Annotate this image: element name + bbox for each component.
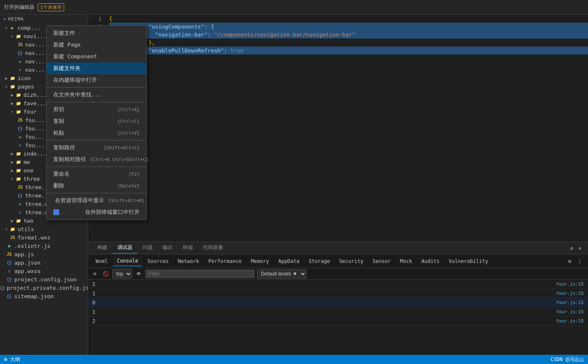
console-src-0[interactable]: four.js:15 — [556, 281, 584, 287]
cm-rename-shortcut: [F2] — [129, 172, 140, 177]
cm-rename[interactable]: 重命名 [F2] — [47, 168, 146, 180]
sidebar-item-app-json[interactable]: {} app.json — [0, 258, 88, 267]
devtools-tab-mock[interactable]: Mock — [396, 257, 416, 266]
icon-folder-icon: 📁 — [9, 75, 16, 81]
nav-json-icon: {} — [17, 49, 23, 56]
code-line-4: }, — [109, 39, 588, 47]
status-left[interactable]: ⊞ 大纲 — [4, 356, 20, 363]
code-editor[interactable]: { "usingComponents": { "navigation-bar":… — [105, 15, 588, 242]
console-context-select[interactable]: top — [112, 269, 132, 278]
comp-label: comp... — [18, 25, 41, 31]
devtools-tab-sources[interactable]: Sources — [143, 257, 173, 266]
devtools-tab-performance[interactable]: Performance — [204, 257, 246, 266]
console-src-4[interactable]: four.js:15 — [556, 318, 584, 324]
cm-new-component[interactable]: 新建 Component — [47, 51, 146, 62]
tab-code-quality[interactable]: 代码质量 — [198, 242, 228, 254]
four-js-label: fou... — [25, 117, 45, 123]
panel-close-btn[interactable]: ✕ — [576, 244, 584, 253]
cm-open-external-terminal-label: 在外部终端窗口中打开 — [85, 208, 140, 216]
four-json-label: fou... — [25, 125, 45, 132]
bottom-panel: 构建 调试器 问题 输出 终端 代码质量 ∧ ✕ Wxml Console So… — [88, 242, 588, 355]
cm-find-in-folder[interactable]: 在文件夹中查找... — [47, 89, 146, 101]
tab-debugger[interactable]: 调试器 — [112, 242, 138, 254]
sidebar-item-utils[interactable]: ▾ 📁 utils — [0, 225, 88, 233]
console-eye-btn[interactable]: 👁 — [135, 270, 143, 278]
sidebar-item-app-js[interactable]: JS app.js — [0, 250, 88, 258]
cm-new-folder-label: 新建文件夹 — [53, 65, 81, 72]
cm-sep-3 — [47, 140, 146, 140]
devtools-tab-appdata[interactable]: AppData — [274, 257, 304, 266]
console-clear-btn[interactable]: ⊘ — [91, 270, 99, 278]
sidebar-item-format[interactable]: JS format.wxs — [0, 233, 88, 242]
devtools-tab-sensor[interactable]: Sensor — [368, 257, 395, 266]
sidebar-item-project-config[interactable]: {} project.config.json — [0, 275, 88, 283]
cm-cut[interactable]: 剪切 [Ctrl+X] — [47, 104, 146, 115]
devtools-tab-storage[interactable]: Storage — [304, 257, 334, 266]
panel-collapse-btn[interactable]: ∧ — [568, 244, 576, 253]
dizh-label: dizh... — [23, 92, 47, 98]
cm-show-in-explorer[interactable]: 在资源管理器中显示 [Shift+Alt+R] — [47, 195, 146, 206]
devtools-tab-memory[interactable]: Memory — [247, 257, 273, 266]
devtools-tab-vulnerability[interactable]: Vulnerability — [445, 257, 492, 266]
console-src-2[interactable]: four.js:15 — [556, 300, 584, 305]
cm-open-external-terminal[interactable]: 在外部终端窗口中打开 — [47, 206, 146, 218]
cm-copy-path-shortcut: [Shift+Alt+C] — [104, 145, 140, 151]
cm-sep-5 — [47, 193, 146, 193]
devtools-tab-network[interactable]: Network — [174, 257, 203, 266]
devtools-tab-audits[interactable]: Audits — [417, 257, 444, 266]
cm-copy-relative-path[interactable]: 复制相对路径 [Ctrl+K Ctrl+Shift+C] — [47, 153, 146, 165]
cm-show-in-explorer-label: 在资源管理器中显示 — [55, 197, 104, 204]
devtools-settings-btn[interactable]: ⚙ — [566, 257, 574, 266]
console-value-2: 0 — [92, 300, 552, 306]
four-label: four — [23, 109, 36, 115]
format-icon: JS — [9, 234, 16, 241]
cm-new-file[interactable]: 新建文件 — [47, 27, 146, 39]
sidebar-item-sitemap[interactable]: {} sitemap.json — [0, 292, 88, 300]
console-stop-btn[interactable]: 🚫 — [101, 270, 110, 278]
tab-build[interactable]: 构建 — [92, 242, 112, 254]
bottom-tabs-bar: 构建 调试器 问题 输出 终端 代码质量 ∧ ✕ — [88, 242, 588, 255]
console-level-select[interactable]: Default levels ▼ — [257, 269, 307, 278]
cm-copy-path[interactable]: 复制路径 [Shift+Alt+C] — [47, 142, 146, 153]
nav-wxml-icon: ◈ — [17, 58, 23, 65]
cm-copy-path-label: 复制路径 — [53, 144, 75, 151]
sidebar-item-project-private[interactable]: {} project.private.config.js... › — [0, 283, 88, 292]
navi-folder-icon: 📁 — [15, 33, 22, 39]
cm-open-terminal[interactable]: 在内建终端中打开 — [47, 74, 146, 86]
three-wxml-icon: ◈ — [17, 200, 23, 207]
sidebar-item-app-wxss[interactable]: ≡ app.wxss — [0, 267, 88, 275]
cm-new-folder[interactable]: 新建文件夹 — [47, 62, 146, 74]
console-row-1: 1 four.js:15 — [88, 289, 588, 298]
console-src-3[interactable]: four.js:15 — [556, 309, 584, 315]
devtools-more-btn[interactable]: ⋮ — [575, 257, 585, 266]
top-bar: 打开的编辑器 1个未保存 — [0, 0, 588, 15]
console-filter-input[interactable] — [146, 270, 255, 278]
cm-paste[interactable]: 粘贴 [Ctrl+V] — [47, 127, 146, 139]
devtools-tab-wxml[interactable]: Wxml — [91, 257, 112, 266]
cm-delete[interactable]: 删除 [Delete] — [47, 180, 146, 192]
tab-output[interactable]: 输出 — [158, 242, 178, 254]
sidebar-root-header[interactable]: ▾ HEIMA — [0, 15, 88, 23]
four-folder-icon: 📁 — [15, 108, 22, 115]
cm-find-in-folder-label: 在文件夹中查找... — [53, 91, 101, 99]
sidebar-item-eslint[interactable]: ● .eslintr.js — [0, 242, 88, 250]
cm-new-page[interactable]: 新建 Page — [47, 39, 146, 51]
code-line-1: { — [109, 15, 588, 23]
me-label: me — [23, 159, 30, 165]
cm-paste-label: 粘贴 — [53, 129, 64, 137]
console-row-0: 2 four.js:15 — [88, 280, 588, 289]
project-config-label: project.config.json — [14, 276, 77, 283]
console-src-1[interactable]: four.js:15 — [556, 291, 584, 296]
tab-terminal[interactable]: 终端 — [178, 242, 198, 254]
project-private-icon: {} — [0, 284, 5, 291]
devtools-tab-console[interactable]: Console — [113, 256, 143, 266]
nav-wxss-icon: ≡ — [17, 66, 23, 73]
tab-problems[interactable]: 问题 — [138, 242, 158, 254]
four-wxss-label: fou... — [25, 142, 45, 148]
editor-area: 1 2 { "usingComponents": { "navigation-b… — [88, 15, 588, 355]
cm-copy[interactable]: 复制 [Ctrl+C] — [47, 115, 146, 127]
two-arrow: ▶ — [9, 218, 15, 223]
fave-arrow: ▶ — [9, 101, 15, 106]
devtools-tab-security[interactable]: Security — [335, 257, 368, 266]
one-folder-icon: 📁 — [15, 167, 22, 174]
